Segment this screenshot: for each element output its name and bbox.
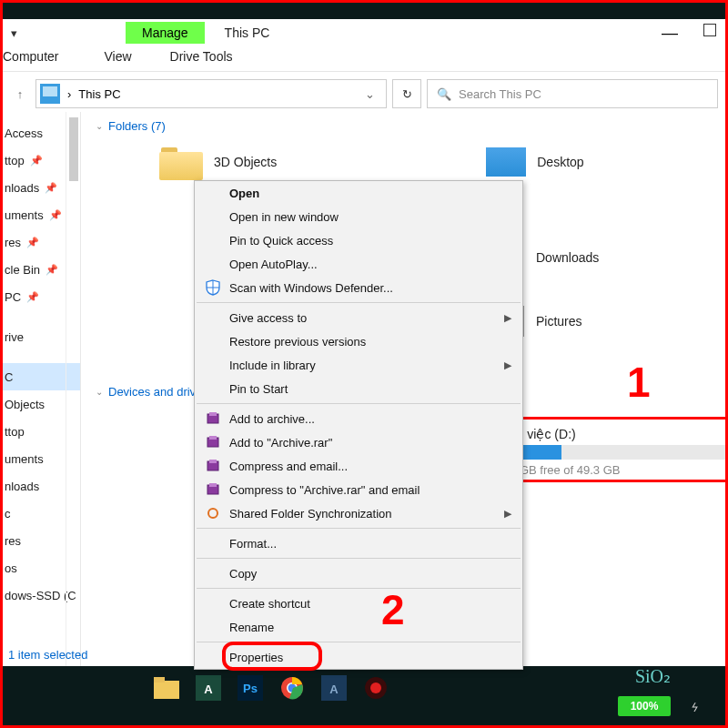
nav-up-button[interactable]: ↑: [10, 84, 30, 104]
annotation-1: 1: [627, 358, 651, 407]
search-placeholder: Search This PC: [459, 87, 541, 101]
svg-rect-10: [154, 677, 165, 682]
address-bar[interactable]: › This PC ⌄: [35, 79, 387, 108]
tab-computer[interactable]: Computer: [3, 45, 71, 68]
minimize-button[interactable]: —: [662, 24, 678, 43]
ctx-copy[interactable]: Copy: [195, 561, 522, 585]
qat-dropdown-icon[interactable]: ▾: [3, 22, 25, 45]
svg-text:A: A: [204, 682, 213, 696]
refresh-button[interactable]: ↻: [392, 79, 421, 108]
address-bar-row: ↑ › This PC ⌄ ↻ 🔍 Search This PC: [3, 76, 725, 112]
sync-icon: [202, 504, 224, 522]
context-menu: Open Open in new window Pin to Quick acc…: [194, 180, 523, 670]
ctx-rename[interactable]: Rename: [195, 615, 522, 639]
chevron-down-icon: ⌄: [96, 121, 103, 131]
taskbar-photoshop-icon[interactable]: Ps: [232, 670, 268, 706]
breadcrumb-path[interactable]: This PC: [78, 87, 120, 101]
taskbar: A Ps A: [3, 666, 725, 709]
search-input[interactable]: 🔍 Search This PC: [427, 79, 718, 108]
titlebar: ▾ Manage This PC —: [3, 19, 725, 46]
winrar-icon: [202, 433, 224, 451]
annotation-2: 2: [381, 585, 405, 634]
ctx-format[interactable]: Format...: [195, 531, 522, 555]
winrar-icon: [202, 457, 224, 475]
address-history-dropdown[interactable]: ⌄: [358, 87, 382, 101]
ctx-open-new-window[interactable]: Open in new window: [195, 205, 522, 228]
sidebar-scrollbar[interactable]: [66, 112, 80, 666]
ctx-properties[interactable]: Properties: [195, 645, 522, 669]
tray-battery[interactable]: 100%: [618, 696, 671, 716]
drive-usage-bar: [493, 445, 728, 460]
svg-text:A: A: [329, 682, 339, 696]
status-bar: 1 item selected: [3, 642, 87, 666]
ctx-add-to-rar[interactable]: Add to "Archive.rar": [195, 430, 522, 454]
ctx-restore-previous[interactable]: Restore previous versions: [195, 329, 522, 353]
defender-shield-icon: [202, 278, 224, 297]
svg-point-21: [370, 682, 381, 693]
winrar-icon: [202, 480, 224, 499]
pin-icon: 📌: [46, 264, 58, 276]
ctx-add-archive[interactable]: Add to archive...: [195, 407, 522, 430]
ctx-open[interactable]: Open: [195, 181, 522, 205]
pin-icon: 📌: [26, 291, 39, 303]
submenu-arrow-icon: ▶: [504, 508, 511, 520]
ctx-give-access-to[interactable]: Give access to▶: [195, 306, 522, 329]
taskbar-app-icon[interactable]: A: [190, 670, 227, 706]
drive-free-text: 37.0 GB free of 49.3 GB: [493, 463, 728, 477]
this-pc-icon: [40, 84, 60, 104]
svg-rect-7: [209, 483, 217, 487]
pin-icon: 📌: [49, 209, 62, 221]
ctx-compress-rar-email[interactable]: Compress to "Archive.rar" and email: [195, 478, 522, 501]
pin-icon: 📌: [30, 155, 43, 167]
svg-text:Ps: Ps: [243, 682, 258, 695]
pin-icon: 📌: [45, 182, 57, 194]
maximize-button[interactable]: [703, 24, 716, 36]
taskbar-chrome-icon[interactable]: [274, 670, 310, 706]
svg-rect-9: [154, 681, 179, 699]
tab-view[interactable]: View: [91, 45, 144, 68]
folder-icon: [159, 144, 203, 180]
ribbon-tabs: Computer View Drive Tools: [3, 45, 725, 72]
taskbar-app-icon[interactable]: [358, 670, 394, 706]
nav-pane: Access ttop📌 nloads📌 uments📌 res📌 cle Bi…: [3, 112, 81, 666]
taskbar-explorer-icon[interactable]: [148, 670, 185, 706]
svg-point-8: [208, 509, 217, 518]
ctx-shared-sync[interactable]: Shared Folder Synchronization▶: [195, 501, 522, 525]
ctx-create-shortcut[interactable]: Create shortcut: [195, 592, 522, 615]
window-title: This PC: [225, 25, 270, 40]
group-header-devices[interactable]: ⌄ Devices and drives: [96, 385, 208, 399]
tray-power-icon[interactable]: ϟ: [690, 701, 698, 714]
ctx-pin-quick-access[interactable]: Pin to Quick access: [195, 228, 522, 252]
winrar-icon: [202, 410, 224, 428]
ctx-include-library[interactable]: Include in library▶: [195, 353, 522, 377]
ctx-pin-start[interactable]: Pin to Start: [195, 377, 522, 400]
svg-rect-1: [209, 412, 217, 416]
taskbar-app-icon[interactable]: A: [316, 670, 352, 706]
ctx-open-autoplay[interactable]: Open AutoPlay...: [195, 252, 522, 276]
svg-rect-5: [209, 460, 217, 463]
search-icon: 🔍: [437, 87, 451, 101]
submenu-arrow-icon: ▶: [504, 359, 511, 371]
tab-drive-tools[interactable]: Drive Tools: [157, 45, 246, 68]
svg-rect-3: [209, 436, 217, 440]
folder-item-3d-objects[interactable]: 3D Objects: [159, 144, 277, 180]
submenu-arrow-icon: ▶: [504, 312, 511, 324]
pin-icon: 📌: [26, 237, 39, 248]
breadcrumb-sep: ›: [67, 87, 71, 101]
ctx-compress-email[interactable]: Compress and email...: [195, 454, 522, 478]
drive-name: Công việc (D:): [493, 427, 728, 441]
contextual-tab-manage[interactable]: Manage: [126, 22, 205, 44]
ctx-scan-defender[interactable]: Scan with Windows Defender...: [195, 276, 522, 299]
chevron-down-icon: ⌄: [96, 387, 103, 397]
group-header-folders[interactable]: ⌄ Folders (7): [96, 119, 725, 133]
